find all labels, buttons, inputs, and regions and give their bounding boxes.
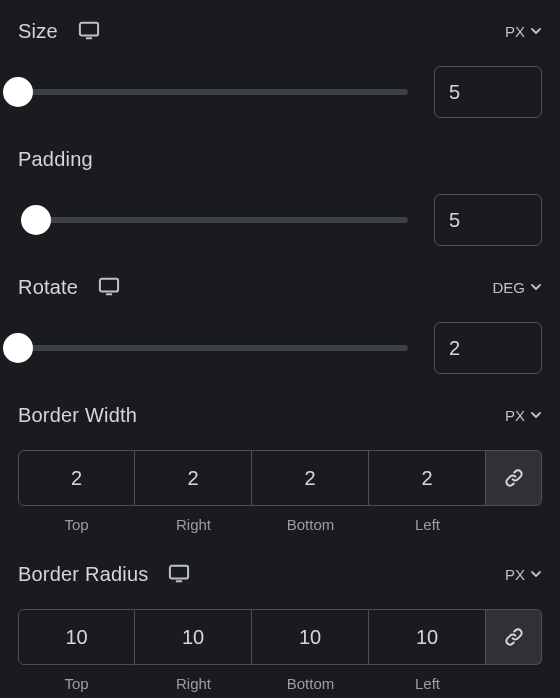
rotate-section: Rotate DEG [18,274,542,374]
padding-value-input[interactable] [434,194,542,246]
size-unit-selector[interactable]: PX [505,23,542,40]
slider-thumb[interactable] [3,333,33,363]
caption-top: Top [64,675,88,692]
slider-track [36,217,408,223]
rotate-label: Rotate [18,276,78,299]
border-radius-section: Border Radius PX Top Right Bottom Left [18,561,542,692]
caption-top: Top [64,516,88,533]
size-unit-text: PX [505,23,525,40]
link-icon [503,626,525,648]
caption-left: Left [415,675,440,692]
chevron-down-icon [530,568,542,580]
caption-bottom: Bottom [287,675,335,692]
slider-track [18,345,408,351]
chevron-down-icon [530,409,542,421]
slider-thumb[interactable] [3,77,33,107]
padding-label-row: Padding [18,146,542,172]
border-width-section: Border Width PX Top Right Bottom Left [18,402,542,533]
responsive-icon[interactable] [168,564,190,584]
size-section: Size PX [18,18,542,118]
svg-rect-4 [170,566,188,579]
border-width-left-input[interactable] [369,450,486,506]
responsive-icon[interactable] [78,21,100,41]
padding-section: Padding [18,146,542,246]
svg-rect-0 [80,23,98,36]
svg-rect-2 [100,279,118,292]
border-width-link-button[interactable] [486,450,542,506]
padding-label: Padding [18,148,93,171]
chevron-down-icon [530,25,542,37]
rotate-slider-row [18,322,542,374]
rotate-unit-selector[interactable]: DEG [492,279,542,296]
border-width-bottom-input[interactable] [252,450,369,506]
padding-slider[interactable] [18,208,408,232]
border-width-label: Border Width [18,404,137,427]
svg-rect-5 [176,580,182,582]
border-width-label-row: Border Width PX [18,402,542,428]
caption-left: Left [415,516,440,533]
size-value-input[interactable] [434,66,542,118]
responsive-icon[interactable] [98,277,120,297]
caption-right: Right [176,675,211,692]
size-label-row: Size PX [18,18,542,44]
border-width-inputs: Top Right Bottom Left . [18,450,542,533]
border-radius-label-row: Border Radius PX [18,561,542,587]
border-width-top-input[interactable] [18,450,135,506]
caption-bottom: Bottom [287,516,335,533]
border-width-unit-selector[interactable]: PX [505,407,542,424]
size-slider[interactable] [18,80,408,104]
rotate-slider[interactable] [18,336,408,360]
border-width-right-input[interactable] [135,450,252,506]
rotate-label-row: Rotate DEG [18,274,542,300]
size-label: Size [18,20,58,43]
border-radius-top-input[interactable] [18,609,135,665]
caption-right: Right [176,516,211,533]
border-width-unit-text: PX [505,407,525,424]
padding-slider-row [18,194,542,246]
svg-rect-3 [106,293,112,295]
slider-track [18,89,408,95]
border-radius-right-input[interactable] [135,609,252,665]
border-radius-unit-selector[interactable]: PX [505,566,542,583]
border-radius-left-input[interactable] [369,609,486,665]
border-radius-link-button[interactable] [486,609,542,665]
border-radius-unit-text: PX [505,566,525,583]
svg-rect-1 [86,37,92,39]
link-icon [503,467,525,489]
border-radius-label: Border Radius [18,563,148,586]
border-radius-inputs: Top Right Bottom Left . [18,609,542,692]
rotate-unit-text: DEG [492,279,525,296]
chevron-down-icon [530,281,542,293]
rotate-value-input[interactable] [434,322,542,374]
slider-thumb[interactable] [21,205,51,235]
border-radius-bottom-input[interactable] [252,609,369,665]
size-slider-row [18,66,542,118]
